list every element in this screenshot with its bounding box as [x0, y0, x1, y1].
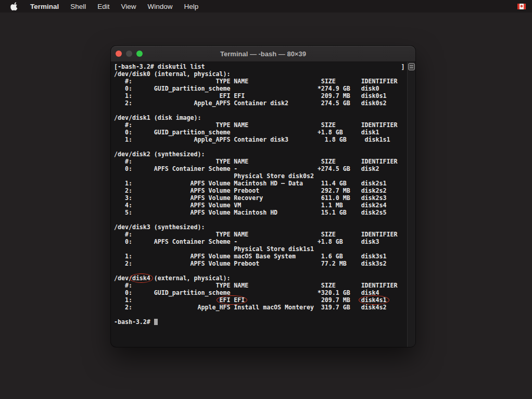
minimize-button[interactable]	[126, 51, 132, 57]
menu-items: TerminalShellEditViewWindowHelp	[24, 0, 204, 13]
terminal-line	[114, 216, 415, 223]
terminal-line: 0: APFS Container Scheme - +274.5 GB dis…	[114, 165, 415, 172]
window-title: Terminal — -bash — 80×39	[111, 50, 415, 58]
terminal-line: 0: APFS Container Scheme - +1.8 GB disk3	[114, 238, 415, 245]
menu-item-shell[interactable]: Shell	[65, 0, 92, 13]
terminal-line: 2: Apple_APFS Container disk2 274.5 GB d…	[114, 99, 415, 107]
terminal-line: #: TYPE NAME SIZE IDENTIFIER	[114, 121, 415, 129]
menu-item-view[interactable]: View	[116, 0, 142, 13]
terminal-line	[114, 311, 415, 318]
terminal-line: /dev/disk4 (external, physical):	[114, 275, 415, 282]
zoom-button[interactable]	[136, 51, 143, 57]
terminal-line: 2: Apple_HFS Install macOS Monterey 319.…	[114, 304, 415, 311]
menu-item-edit[interactable]: Edit	[92, 0, 115, 13]
annotation-circle: EFI EFI	[219, 296, 245, 304]
terminal-line: 0: GUID_partition_scheme *320.1 GB disk4	[114, 289, 415, 296]
terminal-line: 0: GUID_partition_scheme +1.8 GB disk1	[114, 129, 415, 136]
terminal-line: 5: APFS Volume Macintosh HD 15.1 GB disk…	[114, 209, 415, 216]
terminal-line: 0: GUID_partition_scheme *274.9 GB disk0	[114, 85, 415, 92]
terminal-window: Terminal — -bash — 80×39 [-bash-3.2# dis…	[111, 46, 415, 347]
terminal-line: #: TYPE NAME SIZE IDENTIFIER	[114, 78, 415, 85]
terminal-line: #: TYPE NAME SIZE IDENTIFIER	[114, 158, 415, 165]
terminal-line: 3: APFS Volume Recovery 611.0 MB disk2s3	[114, 194, 415, 202]
terminal-line: [-bash-3.2# diskutil list ]	[114, 63, 415, 70]
terminal-line: -bash-3.2#	[114, 318, 415, 326]
traffic-lights	[111, 51, 143, 57]
terminal-line	[114, 267, 415, 275]
window-title-bar[interactable]: Terminal — -bash — 80×39	[111, 46, 415, 62]
terminal-line: /dev/disk2 (synthesized):	[114, 151, 415, 158]
menu-bar: TerminalShellEditViewWindowHelp	[0, 0, 532, 13]
apple-menu[interactable]	[0, 0, 24, 13]
terminal-line: 1: APFS Volume Macintosh HD — Data 11.4 …	[114, 180, 415, 187]
input-source-menu[interactable]	[517, 4, 526, 9]
terminal-line: /dev/disk3 (synthesized):	[114, 223, 415, 231]
terminal-line: 1: APFS Volume macOS Base System 1.6 GB …	[114, 253, 415, 260]
terminal-content[interactable]: [-bash-3.2# diskutil list ]/dev/disk0 (i…	[111, 62, 415, 347]
terminal-line: /dev/disk1 (disk image):	[114, 114, 415, 121]
terminal-line: #: TYPE NAME SIZE IDENTIFIER	[114, 282, 415, 289]
apple-logo-icon	[10, 2, 18, 10]
terminal-cursor	[154, 319, 158, 325]
terminal-line: 4: APFS Volume VM 1.1 MB disk2s4	[114, 202, 415, 209]
terminal-line: 2: APFS Volume Preboot 77.2 MB disk3s2	[114, 260, 415, 267]
terminal-line: Physical Store disk1s1	[114, 245, 415, 253]
desktop: { "menu_bar": { "apple_icon": "apple-log…	[0, 0, 532, 399]
menu-bar-left: TerminalShellEditViewWindowHelp	[0, 0, 204, 13]
terminal-line: 2: APFS Volume Preboot 292.7 MB disk2s2	[114, 187, 415, 194]
menu-item-window[interactable]: Window	[142, 0, 179, 13]
scrollbar[interactable]	[407, 62, 415, 347]
terminal-line: #: TYPE NAME SIZE IDENTIFIER	[114, 231, 415, 238]
close-button[interactable]	[116, 51, 122, 57]
annotation-circle: disk4	[132, 275, 150, 282]
terminal-line: 1: EFI EFI 209.7 MB disk4s1	[114, 296, 415, 304]
menu-item-terminal[interactable]: Terminal	[24, 0, 65, 13]
annotation-circle: disk4s1	[361, 296, 387, 304]
terminal-line	[114, 143, 415, 151]
terminal-line	[114, 107, 415, 114]
terminal-line: 1: Apple_APFS Container disk3 1.8 GB dis…	[114, 136, 415, 143]
terminal-line: 1: EFI EFI 209.7 MB disk0s1	[114, 92, 415, 99]
terminal-line: /dev/disk0 (internal, physical):	[114, 70, 415, 78]
menu-item-help[interactable]: Help	[179, 0, 205, 13]
terminal-line: Physical Store disk0s2	[114, 172, 415, 180]
scrollbar-marker-icon[interactable]	[408, 63, 415, 72]
terminal-output: [-bash-3.2# diskutil list ]/dev/disk0 (i…	[114, 63, 415, 326]
canada-flag-icon	[517, 4, 526, 9]
menu-bar-right	[517, 0, 532, 13]
